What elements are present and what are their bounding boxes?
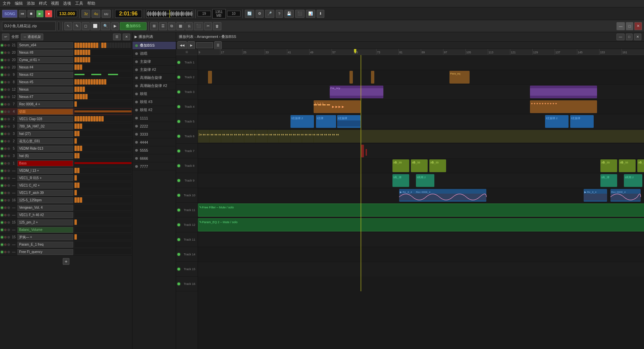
menu-help[interactable]: 帮助 bbox=[87, 1, 95, 6]
track-led3[interactable] bbox=[7, 199, 10, 202]
track-led2[interactable] bbox=[4, 118, 7, 120]
track-name-125[interactable]: 125-5_125bpm bbox=[17, 197, 73, 203]
add-bss-btn[interactable]: 叠加BSS bbox=[120, 22, 147, 30]
tb-zoom[interactable]: 🔍 bbox=[101, 22, 110, 30]
track-name-serum[interactable]: Serum_x64 bbox=[17, 42, 73, 48]
track-led3[interactable] bbox=[7, 206, 10, 209]
undo-btn[interactable]: ↩ bbox=[2, 34, 9, 40]
track-led2[interactable] bbox=[4, 155, 7, 157]
win-maximize[interactable]: □ bbox=[626, 22, 633, 30]
tb-copy[interactable]: ⎘ bbox=[185, 22, 193, 30]
pattern-item-2222[interactable]: 2222 bbox=[132, 122, 176, 130]
track-led2[interactable] bbox=[4, 147, 7, 150]
track-led2[interactable] bbox=[4, 140, 7, 143]
tb-clip2[interactable]: ▦ bbox=[176, 22, 184, 30]
track-led3[interactable] bbox=[7, 59, 10, 61]
add-track-btn[interactable]: + bbox=[63, 258, 69, 265]
bpm-display[interactable]: 132.000 bbox=[57, 10, 77, 17]
track-name-balance[interactable]: Balanc_Volume bbox=[17, 227, 73, 233]
pattern-item-fusion2[interactable]: 高潮融合旋律 #2 bbox=[132, 82, 176, 90]
track6-dot[interactable] bbox=[177, 135, 180, 138]
track-led[interactable] bbox=[1, 140, 3, 143]
tb-cursor[interactable]: ↖ bbox=[64, 22, 72, 30]
pattern-item-drums1[interactable]: 鼓组 bbox=[132, 90, 176, 98]
micro-btn[interactable]: 🎤 bbox=[265, 10, 274, 18]
tb-del[interactable]: 🗑 bbox=[213, 22, 221, 30]
record-btn[interactable]: ● bbox=[45, 10, 52, 17]
pattern-item-5555[interactable]: 5555 bbox=[132, 146, 176, 154]
pattern-item-shuchang[interactable]: 说唱 bbox=[132, 50, 176, 58]
track10-dot[interactable] bbox=[177, 194, 180, 197]
track-led[interactable] bbox=[1, 236, 3, 239]
track-led[interactable] bbox=[1, 88, 3, 91]
track-led2[interactable] bbox=[4, 199, 7, 202]
track-name-veng[interactable]: Vengean_Vol. 4 bbox=[17, 205, 73, 211]
tb-align[interactable]: ☰ bbox=[159, 22, 167, 30]
track-name-nexus[interactable]: Nexus bbox=[17, 87, 73, 93]
menu-tools[interactable]: 工具 bbox=[75, 1, 83, 6]
pattern-item-7777[interactable]: 7777 bbox=[132, 162, 176, 170]
left-close-btn[interactable]: ✕ bbox=[123, 34, 130, 40]
track1-dot[interactable] bbox=[177, 61, 180, 64]
track-led3[interactable] bbox=[7, 66, 10, 69]
mixer-btn[interactable]: 🔄 bbox=[245, 10, 254, 18]
help-btn[interactable]: ? bbox=[276, 10, 283, 18]
track7-dot[interactable] bbox=[177, 150, 180, 152]
track-name-free[interactable]: Free Fi_quency bbox=[17, 249, 73, 255]
track-name-vec1r[interactable]: VEC1_R 015 + bbox=[17, 175, 73, 181]
track-led3[interactable] bbox=[7, 96, 10, 98]
track-led2[interactable] bbox=[4, 184, 7, 187]
track-led3[interactable] bbox=[7, 118, 10, 120]
track-name-clap[interactable]: VEC1 Clap 028 bbox=[17, 116, 73, 122]
track-led[interactable] bbox=[1, 59, 3, 61]
track-led3[interactable] bbox=[7, 236, 10, 239]
track-led3[interactable] bbox=[7, 177, 10, 180]
track-led2[interactable] bbox=[4, 44, 7, 47]
track-name-rec[interactable]: Rec 0008_4 + bbox=[17, 101, 73, 107]
track-led3[interactable] bbox=[7, 81, 10, 84]
tb-erase[interactable]: ◻ bbox=[82, 22, 90, 30]
left-settings-btn[interactable]: ☰ bbox=[113, 34, 121, 40]
track-led3[interactable] bbox=[7, 169, 10, 172]
win-minimize[interactable]: — bbox=[616, 22, 625, 30]
track-led2[interactable] bbox=[4, 81, 7, 84]
track14-dot[interactable] bbox=[177, 253, 180, 256]
track-led[interactable] bbox=[1, 81, 3, 84]
track-led2[interactable] bbox=[4, 169, 7, 172]
track13-dot[interactable] bbox=[177, 238, 180, 241]
track-led3[interactable] bbox=[7, 147, 10, 150]
rewind-btn[interactable]: ⏮ bbox=[19, 10, 26, 17]
menu-add[interactable]: 添加 bbox=[27, 1, 35, 6]
arr-tb3[interactable]: ☰ bbox=[214, 41, 222, 49]
track-led3[interactable] bbox=[7, 125, 10, 128]
arr-minimize-btn[interactable]: — bbox=[616, 34, 625, 40]
pattern-item-1111[interactable]: 1111 bbox=[132, 114, 176, 122]
arr-tb1[interactable]: ◀◀ bbox=[177, 41, 187, 49]
track-led3[interactable] bbox=[7, 214, 10, 216]
track-led2[interactable] bbox=[4, 125, 7, 128]
track-led3[interactable] bbox=[7, 88, 10, 91]
tb-cut[interactable]: ✂ bbox=[204, 22, 212, 30]
menu-edit[interactable]: 编辑 bbox=[15, 1, 23, 6]
track15-dot[interactable] bbox=[177, 268, 180, 270]
track-led[interactable] bbox=[1, 229, 3, 231]
track-name-hua[interactable]: 花无心里_031 bbox=[17, 138, 73, 144]
track-led[interactable] bbox=[1, 118, 3, 120]
track-led2[interactable] bbox=[4, 88, 7, 91]
track2-dot[interactable] bbox=[177, 76, 180, 79]
channel-rack-btn[interactable]: ↔ 通道机架 bbox=[21, 34, 43, 40]
pattern-item-drums3[interactable]: 鼓组 #3 bbox=[132, 98, 176, 106]
menu-view[interactable]: 视图 bbox=[51, 1, 59, 6]
pattern-item-3333[interactable]: 3333 bbox=[132, 130, 176, 138]
tb-grid[interactable]: ⊞ bbox=[150, 22, 158, 30]
mixer2-btn[interactable]: 📊 bbox=[306, 10, 315, 18]
arr-close-btn[interactable]: ✕ bbox=[634, 34, 641, 40]
arrangement-svg[interactable]: Para_eq Fre_ncy bbox=[198, 55, 644, 291]
track-led2[interactable] bbox=[4, 229, 7, 231]
track4-dot[interactable] bbox=[177, 105, 180, 108]
track-led3[interactable] bbox=[7, 184, 10, 187]
tb-clip1[interactable]: ⧉ bbox=[168, 22, 175, 30]
tb-paint[interactable]: ✎ bbox=[73, 22, 81, 30]
track-led3[interactable] bbox=[7, 44, 10, 47]
play-btn[interactable]: ▶ bbox=[36, 10, 44, 17]
